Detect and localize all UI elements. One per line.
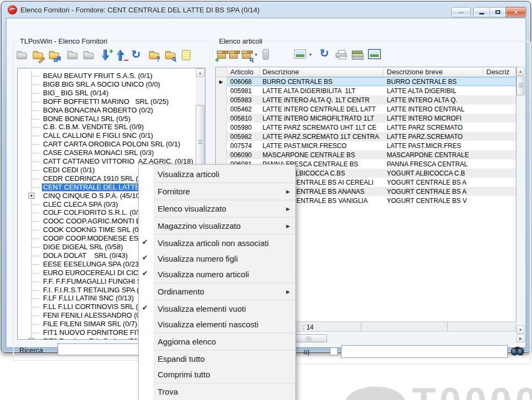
titlebar[interactable]: Elenco Fornitori - Fornitore: CENT CENTR…: [2, 2, 530, 18]
menu-item-label: Espandi tutto: [158, 354, 205, 363]
resize-button[interactable]: ⇔: [451, 7, 471, 17]
resize-icon: ⇔: [458, 8, 465, 16]
menu-item[interactable]: Ordinamento▶: [139, 284, 295, 299]
tree-item[interactable]: BEAU BEAUTY FRUIT S.A.S. (0/1): [18, 72, 196, 80]
tree-connector: [31, 324, 39, 325]
table-row[interactable]: 005810LATTE INTERO MICROFILTRATO 1LTLATT…: [216, 114, 516, 123]
scroll-right-icon[interactable]: ▶: [516, 334, 525, 342]
column-header-descrizione[interactable]: Descrizione: [259, 67, 384, 76]
tree-item-label: COLF COLFIORITO S.R.L. (0/23): [42, 209, 149, 216]
tree-item[interactable]: CART CARTA OROBICA POLONI SRL (0/1): [18, 140, 196, 149]
maximize-button[interactable]: [490, 7, 506, 17]
table-row[interactable]: ▶006068BURRO CENTRALE BSBURRO CENTRALE B…: [216, 77, 516, 86]
tree-item[interactable]: CALL CALLIONI E FIGLI SNC (0/1): [18, 131, 196, 140]
menu-item[interactable]: Espandi tutto: [139, 351, 295, 367]
cell-descrizione: LATTE PARZ SCREMATO UHT 1LT CE: [259, 123, 384, 132]
menu-item[interactable]: Aggiorna elenco: [139, 334, 295, 349]
column-header-articolo[interactable]: Articolo: [227, 67, 259, 76]
folder-disabled-icon[interactable]: [82, 48, 96, 62]
folder-question-icon[interactable]: ?: [147, 48, 161, 62]
tree-item[interactable]: BONA BONACINA ROBERTO (0/2): [18, 106, 196, 115]
article-box-icon[interactable]: [227, 47, 241, 61]
move-up-remove-icon[interactable]: −: [114, 48, 128, 62]
scroll-up-icon[interactable]: ▲: [196, 68, 204, 77]
table-row[interactable]: 005980LATTE PARZ SCREMATO UHT 1LT CELATT…: [216, 123, 516, 132]
close-icon: ✕: [513, 9, 519, 16]
cell-descrizione-breve: LATTE PARZ SCREMATO: [384, 123, 483, 132]
article-search-caret-icon[interactable]: ▼: [253, 47, 259, 61]
scroll-down-icon[interactable]: ▼: [516, 325, 524, 334]
menu-item[interactable]: Comprimi tutto: [139, 367, 295, 382]
expand-icon[interactable]: +: [29, 338, 34, 339]
article-search-input[interactable]: [341, 345, 508, 358]
table-row[interactable]: 007574LATTE PAST.MICR.FRESCOLATTE PAST.M…: [216, 141, 516, 150]
disabled-slab-icon[interactable]: [259, 47, 273, 61]
minimize-button[interactable]: [473, 7, 490, 17]
tree-item[interactable]: CASE CASERA MONACI SRL (0/3): [18, 149, 196, 157]
tree-item[interactable]: BONE BONETALI SRL (0/5): [18, 115, 196, 123]
tree-item[interactable]: BIGB BIG SRL A SOCIO UNICO (0/0): [18, 80, 196, 89]
picture-view-icon[interactable]: [294, 47, 308, 61]
table-v-scrollbar[interactable]: ▲ ▼: [516, 67, 525, 334]
folder-disabled-icon[interactable]: [15, 48, 29, 62]
cell-descrizione: LATTE PARZ.SCREMATO 1LT CENTRA: [259, 132, 384, 141]
folder-cubes-icon[interactable]: [47, 48, 61, 62]
menu-item[interactable]: Visualizza articoli: [139, 166, 295, 182]
notes-icon[interactable]: [180, 48, 194, 62]
menu-separator: [155, 300, 295, 300]
column-header-descriz[interactable]: Descriz▲: [483, 67, 516, 76]
table-row[interactable]: 005981LATTE ALTA DIGERIBILITA 1LTLATTE A…: [216, 86, 516, 95]
table-row[interactable]: 005462LATTE INTERO CENTRALE DEL LATTLATT…: [216, 104, 516, 114]
binoculars-icon[interactable]: [511, 346, 524, 356]
money-icon[interactable]: [351, 47, 365, 61]
image-icon[interactable]: [368, 47, 382, 61]
cell-descriz: [483, 187, 516, 196]
picture-view-caret-icon[interactable]: ▼: [308, 47, 313, 61]
column-header-descrizione-breve[interactable]: Descrizione breve: [384, 67, 483, 76]
table-v-thumb[interactable]: [516, 76, 524, 95]
folder-search-icon[interactable]: [164, 48, 178, 62]
tree-item[interactable]: C.B. C.B.M. VENDITE SRL (0/9): [18, 123, 196, 131]
table-row[interactable]: 005982LATTE PARZ.SCREMATO 1LT CENTRALATT…: [216, 132, 516, 141]
table-row[interactable]: 005983LATTE INTERO ALTA Q. 1LT CENTRLATT…: [216, 95, 516, 104]
refresh-articles-icon[interactable]: ↻: [318, 47, 332, 61]
menu-item[interactable]: ✔Visualizza articoli non associati: [139, 235, 295, 251]
menu-item[interactable]: Fornitore▶: [139, 184, 295, 199]
cell-articolo: 005462: [227, 104, 259, 114]
tree-item[interactable]: BIG_ BIG SRL (0/14): [18, 89, 196, 97]
watermark-text: T0000: [412, 382, 532, 400]
tree-connector: [31, 85, 39, 85]
menu-item-label: Trova: [158, 387, 178, 396]
menu-item[interactable]: ✔Visualizza numero figli: [139, 251, 295, 266]
move-down-add-icon[interactable]: +: [99, 48, 113, 62]
tree-item-label: FENI FENILI ALESSANDRO (0/1): [42, 312, 150, 319]
scroll-up-icon[interactable]: ▲: [516, 67, 524, 75]
cell-descriz: [483, 178, 516, 187]
menu-item[interactable]: ✔Visualizza elementi vuoti: [139, 301, 295, 317]
column-label: Articolo: [230, 68, 253, 76]
table-h-thumb[interactable]: [290, 334, 327, 342]
expand-icon[interactable]: +: [29, 193, 34, 199]
tree-item-label: CEDI CEDI (0/1): [42, 166, 96, 174]
marker-column-header[interactable]: [216, 67, 227, 76]
menu-separator: [155, 333, 295, 333]
tree-item[interactable]: BOFF BOFFIETTI MARINO SRL (0/25): [18, 97, 196, 106]
binoculars-bridge: [515, 347, 520, 350]
folder-disabled-icon[interactable]: [66, 48, 80, 62]
cell-descrizione-breve: YOGURT ALBICOCCA C.B: [384, 169, 483, 178]
search-option-checkbox[interactable]: [330, 347, 338, 355]
menu-item[interactable]: Trova: [139, 384, 295, 399]
print-icon[interactable]: [335, 47, 349, 61]
folder-edit-icon[interactable]: [31, 48, 45, 62]
article-search-icon[interactable]: [240, 47, 254, 61]
table-row[interactable]: 006090MASCARPONE CENTRALE BSMASCARPONE C…: [216, 150, 516, 159]
refresh-icon[interactable]: ↻: [130, 48, 144, 62]
magnifier-icon: [172, 57, 176, 61]
menu-item[interactable]: Elenco visualizzato▶: [139, 201, 295, 216]
menu-item[interactable]: ✔Visualizza numero articoli: [139, 266, 295, 282]
menu-item[interactable]: Visualizza elementi nascosti: [139, 317, 295, 332]
close-button[interactable]: ✕: [506, 7, 526, 17]
menu-item[interactable]: Magazzino visualizzato▶: [139, 218, 295, 234]
slab-shape: [263, 49, 269, 60]
check-icon: ✔: [142, 269, 148, 277]
